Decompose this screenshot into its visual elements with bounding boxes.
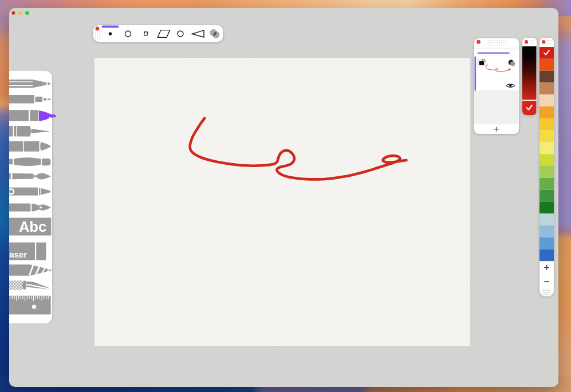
svg-text:Eraser: Eraser (9, 250, 27, 259)
svg-text:Abc: Abc (19, 219, 46, 235)
